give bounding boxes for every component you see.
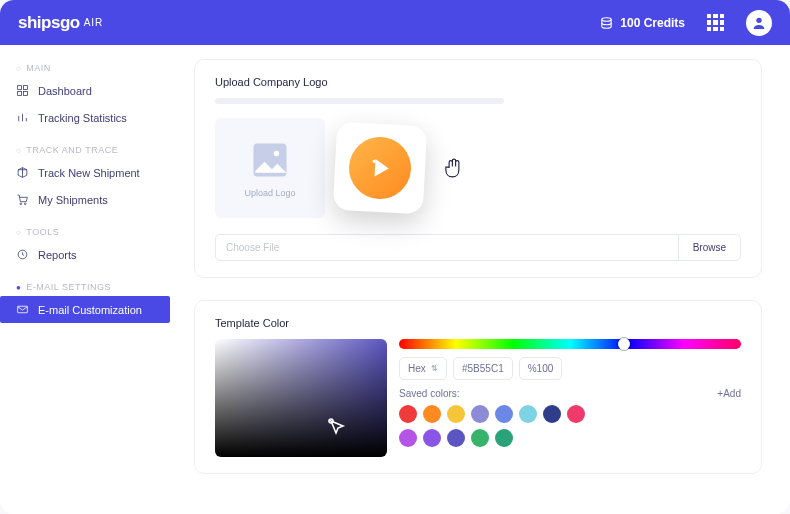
svg-rect-9 bbox=[18, 306, 28, 313]
sidebar: MAINDashboardTracking StatisticsTRACK AN… bbox=[0, 45, 170, 514]
sidebar-item-label: Reports bbox=[38, 249, 77, 261]
cursor-pointer-icon bbox=[325, 415, 349, 439]
dashboard-icon bbox=[16, 84, 29, 97]
color-swatch[interactable] bbox=[447, 405, 465, 423]
nav-section-header: TRACK AND TRACE bbox=[0, 141, 170, 159]
brand-suffix: AIR bbox=[84, 17, 104, 28]
upload-dropzone[interactable]: Upload Logo bbox=[215, 118, 325, 218]
avatar[interactable] bbox=[746, 10, 772, 36]
nav-section-header: E-MAIL SETTINGS bbox=[0, 278, 170, 296]
brand-logo: shipsgo bbox=[18, 13, 80, 33]
color-swatch[interactable] bbox=[447, 429, 465, 447]
upload-progress bbox=[215, 98, 504, 104]
package-icon bbox=[16, 166, 29, 179]
upload-box-label: Upload Logo bbox=[244, 188, 295, 198]
color-card: Template Color Hex bbox=[194, 300, 762, 474]
nav-section-header: TOOLS bbox=[0, 223, 170, 241]
svg-point-11 bbox=[274, 151, 280, 157]
color-swatch[interactable] bbox=[567, 405, 585, 423]
color-swatch[interactable] bbox=[399, 429, 417, 447]
color-swatch[interactable] bbox=[471, 405, 489, 423]
add-color-button[interactable]: +Add bbox=[717, 388, 741, 399]
swatch-list bbox=[399, 405, 599, 447]
color-swatch[interactable] bbox=[543, 405, 561, 423]
sidebar-item-label: Track New Shipment bbox=[38, 167, 140, 179]
mail-icon bbox=[16, 303, 29, 316]
sidebar-item-label: Dashboard bbox=[38, 85, 92, 97]
sidebar-item-label: Tracking Statistics bbox=[38, 112, 127, 124]
color-swatch[interactable] bbox=[495, 429, 513, 447]
svg-point-1 bbox=[756, 17, 761, 22]
svg-rect-5 bbox=[24, 92, 28, 96]
svg-rect-2 bbox=[18, 86, 22, 90]
saturation-value-picker[interactable] bbox=[215, 339, 387, 457]
sidebar-item[interactable]: Dashboard bbox=[0, 77, 170, 104]
hex-input[interactable]: #5B55C1 bbox=[453, 357, 513, 380]
sidebar-item[interactable]: Reports bbox=[0, 241, 170, 268]
color-swatch[interactable] bbox=[423, 405, 441, 423]
credits-badge[interactable]: 100 Credits bbox=[599, 16, 685, 30]
svg-rect-3 bbox=[24, 86, 28, 90]
sidebar-item-label: E-mail Customization bbox=[38, 304, 142, 316]
hue-slider[interactable] bbox=[399, 339, 741, 349]
color-swatch[interactable] bbox=[495, 405, 513, 423]
file-input[interactable]: Choose File bbox=[216, 235, 678, 260]
opacity-input[interactable]: %100 bbox=[519, 357, 563, 380]
color-mode-value: Hex bbox=[408, 363, 426, 374]
preview-chip[interactable] bbox=[333, 122, 427, 215]
apps-grid-icon[interactable] bbox=[707, 14, 724, 31]
saved-colors-label: Saved colors: bbox=[399, 388, 460, 399]
file-row: Choose File Browse bbox=[215, 234, 741, 261]
cart-icon bbox=[16, 193, 29, 206]
svg-point-0 bbox=[602, 17, 611, 21]
stats-icon bbox=[16, 111, 29, 124]
image-placeholder-icon bbox=[248, 138, 292, 182]
upload-title: Upload Company Logo bbox=[215, 76, 741, 88]
hue-handle[interactable] bbox=[618, 338, 630, 350]
clock-icon bbox=[16, 248, 29, 261]
color-swatch[interactable] bbox=[471, 429, 489, 447]
sidebar-item-label: My Shipments bbox=[38, 194, 108, 206]
sidebar-item[interactable]: Track New Shipment bbox=[0, 159, 170, 186]
svg-point-6 bbox=[20, 203, 22, 205]
color-title: Template Color bbox=[215, 317, 741, 329]
color-swatch[interactable] bbox=[423, 429, 441, 447]
color-swatch[interactable] bbox=[399, 405, 417, 423]
browse-button[interactable]: Browse bbox=[678, 235, 740, 260]
nav-section-header: MAIN bbox=[0, 59, 170, 77]
svg-point-7 bbox=[24, 203, 26, 205]
sidebar-item[interactable]: My Shipments bbox=[0, 186, 170, 213]
color-mode-select[interactable]: Hex ⇅ bbox=[399, 357, 447, 380]
sidebar-item[interactable]: Tracking Statistics bbox=[0, 104, 170, 131]
upload-card: Upload Company Logo Upload Logo Choose F… bbox=[194, 59, 762, 278]
credits-label: 100 Credits bbox=[620, 16, 685, 30]
play-image-icon bbox=[364, 152, 396, 184]
chevron-updown-icon: ⇅ bbox=[431, 364, 438, 373]
svg-rect-4 bbox=[18, 92, 22, 96]
sidebar-item[interactable]: E-mail Customization bbox=[0, 296, 170, 323]
credits-icon bbox=[599, 16, 614, 30]
grab-hand-icon bbox=[441, 155, 467, 181]
color-swatch[interactable] bbox=[519, 405, 537, 423]
